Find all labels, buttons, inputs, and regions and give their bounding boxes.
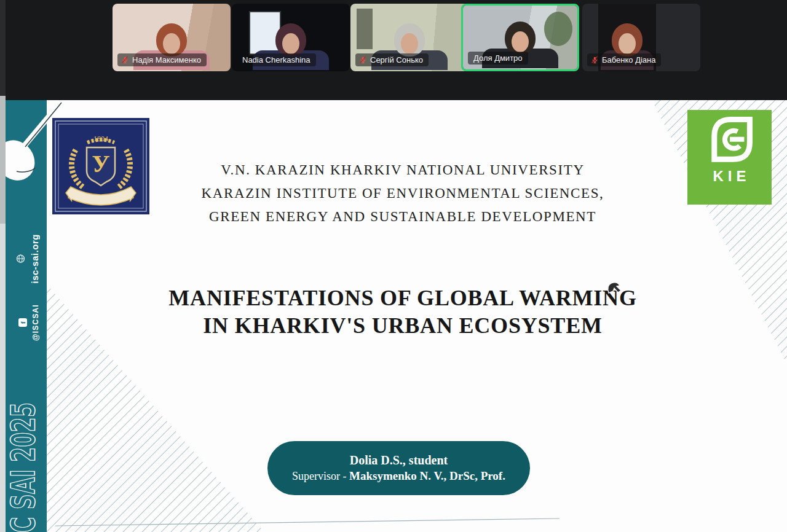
video-tile[interactable]: Nadia Cherkashina (232, 4, 350, 71)
participant-name-label: Сергій Сонько (355, 53, 429, 66)
participant-name: Доля Дмитро (473, 53, 523, 63)
university-line: V.N. KARAZIN KHARKIV NATIONAL UNIVERSITY (98, 158, 707, 182)
participant-name-label: Nadia Cherkashina (237, 53, 316, 66)
meeting-window: Надія Максименко Nadia Cherkashina (0, 0, 787, 532)
university-header: V.N. KARAZIN KHARKIV NATIONAL UNIVERSITY… (98, 158, 707, 229)
mouse-cursor (605, 280, 622, 298)
slide-sidebar: isc-sai.org f @ISCSAI ISC SAI 2025 (6, 100, 47, 532)
participant-name-label: Доля Дмитро (468, 52, 528, 65)
university-line: KARAZIN INSTITUTE OF ENVIRONMENTAL SCIEN… (98, 182, 707, 205)
participant-name-label: Бабенко Діана (587, 53, 661, 66)
event-title-text: ISC SAI 2025 (6, 402, 42, 532)
video-tile[interactable]: Надія Максименко (113, 4, 231, 71)
muted-mic-icon (359, 56, 367, 64)
participant-name-label: Надія Максименко (117, 53, 207, 66)
screen-edge-strip (0, 0, 6, 532)
video-tile[interactable]: Бабенко Діана (582, 4, 700, 71)
supervisor-line: Supervisor - Maksymenko N. V., DrSc, Pro… (292, 469, 505, 483)
title-line: MANIFESTATIONS OF GLOBAL WARMING (86, 284, 719, 312)
muted-mic-icon (591, 56, 599, 64)
kie-leaf-icon (702, 110, 757, 166)
event-title-vertical: ISC SAI 2025 (6, 100, 47, 532)
kie-label: KIE (708, 168, 750, 185)
participant-name: Бабенко Діана (602, 55, 655, 65)
video-tile-active-speaker[interactable]: Доля Дмитро (461, 4, 579, 71)
university-line: GREEN ENERGY AND SUSTAINABLE DEVELOPMENT (98, 205, 707, 229)
title-line: IN KHARKIV'S URBAN ECOSYSTEM (86, 312, 719, 340)
video-strip: Надія Максименко Nadia Cherkashina (0, 0, 787, 100)
participant-name: Сергій Сонько (370, 55, 423, 65)
muted-mic-icon (121, 56, 129, 64)
participant-name: Nadia Cherkashina (242, 55, 310, 65)
author-line: Dolia D.S., student (350, 453, 448, 467)
supervisor-prefix: Supervisor - (292, 470, 349, 482)
authors-pill: Dolia D.S., student Supervisor - Maksyme… (267, 441, 530, 495)
slide-title: MANIFESTATIONS OF GLOBAL WARMING IN KHAR… (86, 284, 719, 340)
participant-name: Надія Максименко (132, 55, 201, 65)
shared-slide: isc-sai.org f @ISCSAI ISC SAI 2025 1804 … (0, 100, 787, 532)
video-tile[interactable]: Сергій Сонько (350, 4, 469, 71)
supervisor-name: Maksymenko N. V., DrSc, Prof. (349, 469, 505, 482)
